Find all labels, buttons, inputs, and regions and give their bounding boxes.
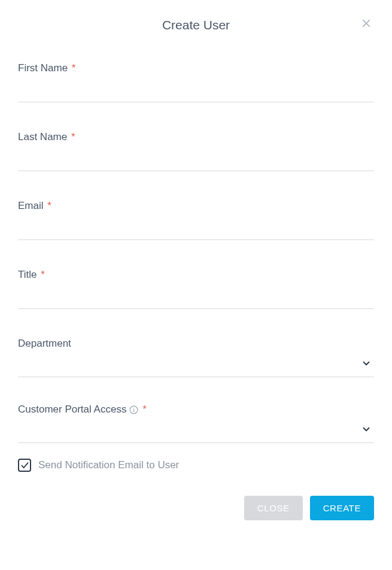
send-notification-label: Send Notification Email to User: [38, 459, 179, 471]
email-input[interactable]: [18, 216, 374, 240]
title-label-text: Title: [18, 269, 37, 280]
portal-access-label-row: Customer Portal Access *: [18, 404, 374, 416]
create-user-dialog: Create User First Name * Last Name *: [0, 0, 392, 570]
department-select-wrap: [18, 353, 374, 377]
portal-access-select-wrap: [18, 419, 374, 443]
first-name-group: First Name *: [18, 62, 374, 102]
portal-access-group: Customer Portal Access *: [18, 404, 374, 443]
create-button[interactable]: CREATE: [310, 496, 374, 520]
last-name-input[interactable]: [18, 147, 374, 171]
title-group: Title *: [18, 269, 374, 309]
portal-access-label: Customer Portal Access: [18, 404, 126, 416]
required-marker: *: [72, 62, 76, 74]
required-marker: *: [142, 404, 146, 415]
info-icon[interactable]: [129, 405, 139, 415]
close-button[interactable]: CLOSE: [244, 496, 303, 520]
dialog-actions: CLOSE CREATE: [18, 496, 374, 520]
department-label: Department: [18, 338, 374, 350]
last-name-label-text: Last Name: [18, 131, 67, 142]
required-marker: *: [71, 131, 75, 142]
last-name-group: Last Name *: [18, 131, 374, 171]
last-name-label: Last Name *: [18, 131, 374, 143]
required-marker: *: [47, 200, 51, 211]
department-group: Department: [18, 338, 374, 377]
first-name-label-text: First Name: [18, 62, 68, 74]
dialog-header: Create User: [18, 18, 374, 56]
first-name-input[interactable]: [18, 78, 374, 102]
close-icon[interactable]: [361, 18, 372, 31]
first-name-label: First Name *: [18, 62, 374, 74]
required-marker: *: [41, 269, 45, 280]
send-notification-row: Send Notification Email to User: [18, 459, 374, 472]
title-label: Title *: [18, 269, 374, 281]
form-body: First Name * Last Name * Email * Title *: [18, 56, 374, 520]
send-notification-checkbox[interactable]: [18, 459, 31, 472]
email-label-text: Email: [18, 200, 44, 211]
portal-access-select[interactable]: [18, 419, 374, 443]
title-input[interactable]: [18, 284, 374, 309]
email-group: Email *: [18, 200, 374, 240]
department-select[interactable]: [18, 353, 374, 377]
email-label: Email *: [18, 200, 374, 212]
dialog-title: Create User: [18, 18, 374, 32]
